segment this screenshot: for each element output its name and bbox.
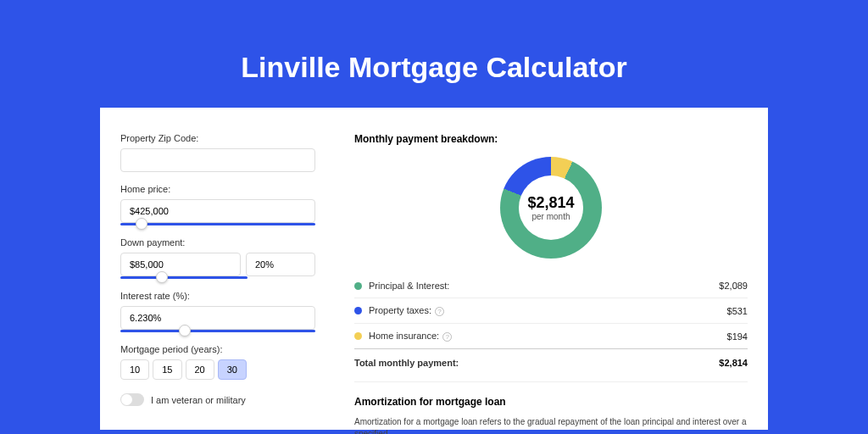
total-label: Total monthly payment: [354,358,719,368]
donut-value: $2,814 [527,194,574,212]
total-row: Total monthly payment: $2,814 [354,349,748,376]
legend: Principal & Interest:$2,089Property taxe… [354,274,748,349]
period-15[interactable]: 15 [153,359,181,380]
amort-text: Amortization for a mortgage loan refers … [354,416,748,434]
period-buttons: 10152030 [120,359,315,380]
period-label: Mortgage period (years): [120,344,315,354]
legend-dot [354,307,362,314]
veteran-label: I am veteran or military [151,395,246,405]
zip-label: Property Zip Code: [120,133,315,143]
legend-value: $2,089 [719,281,748,291]
rate-field: Interest rate (%): [120,291,315,332]
legend-row-1: Property taxes:?$531 [354,298,748,324]
veteran-toggle[interactable] [120,393,144,406]
legend-row-0: Principal & Interest:$2,089 [354,274,748,298]
rate-label: Interest rate (%): [120,291,315,301]
donut-sub: per month [531,212,570,221]
zip-input[interactable] [120,148,315,172]
breakdown-donut-chart: $2,814 per month [500,157,602,259]
period-10[interactable]: 10 [120,359,149,380]
price-input[interactable] [120,199,315,223]
legend-name: Home insurance:? [369,331,727,342]
legend-name: Property taxes:? [369,305,727,316]
period-30[interactable]: 30 [218,359,247,380]
amortization-section: Amortization for mortgage loan Amortizat… [354,381,748,434]
legend-row-2: Home insurance:?$194 [354,324,748,349]
down-field: Down payment: [120,237,315,279]
form-panel: Property Zip Code: Home price: Down paym… [120,133,324,430]
help-icon[interactable]: ? [442,332,452,342]
rate-input[interactable] [120,306,315,330]
breakdown-panel: Monthly payment breakdown: $2,814 per mo… [324,133,748,430]
rate-slider[interactable] [120,330,315,332]
down-pct-input[interactable] [246,253,315,276]
price-field: Home price: [120,184,315,225]
down-amount-input[interactable] [120,253,241,276]
help-icon[interactable]: ? [435,307,444,316]
legend-dot [354,332,362,340]
period-field: Mortgage period (years): 10152030 [120,344,315,380]
breakdown-title: Monthly payment breakdown: [354,133,748,145]
price-label: Home price: [120,184,315,194]
veteran-row: I am veteran or military [120,393,315,406]
zip-field: Property Zip Code: [120,133,315,172]
legend-value: $531 [727,306,748,316]
down-label: Down payment: [120,237,315,248]
legend-value: $194 [727,331,748,342]
total-value: $2,814 [719,358,748,368]
amort-title: Amortization for mortgage loan [354,396,748,408]
price-slider[interactable] [120,223,315,225]
legend-name: Principal & Interest: [369,281,719,291]
page-title: Linville Mortgage Calculator [0,51,868,84]
period-20[interactable]: 20 [186,359,214,380]
legend-dot [354,282,362,290]
down-slider[interactable] [120,276,248,279]
calculator-card: Property Zip Code: Home price: Down paym… [100,108,768,430]
